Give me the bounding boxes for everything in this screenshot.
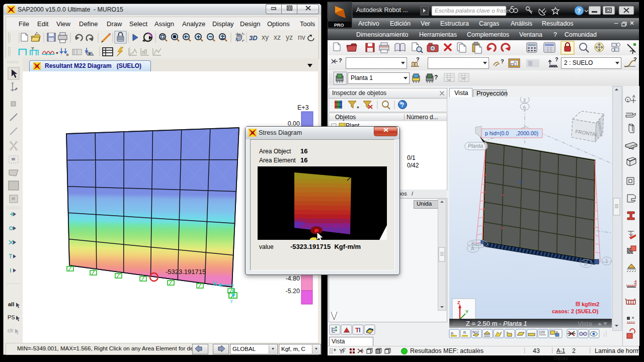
svg-text:xz: xz (274, 33, 281, 41)
svg-text:Planta: Planta (468, 143, 483, 149)
svg-text:E+3: E+3 (297, 104, 309, 111)
svg-text:1: 1 (627, 98, 629, 103)
svg-text:B: B (584, 261, 588, 266)
svg-text:?: ? (577, 8, 581, 15)
svg-text:1: 1 (605, 258, 608, 264)
svg-text:Z: Z (457, 300, 460, 305)
svg-text:clr: clr (8, 327, 14, 333)
svg-text:Autodesk Robot ...: Autodesk Robot ... (356, 7, 408, 14)
svg-text:3D: 3D (249, 34, 258, 42)
svg-text:casos: 2 (SUELO): casos: 2 (SUELO) (552, 308, 599, 314)
svg-text:p hid=(0.0 ,2000.00): p hid=(0.0 ,2000.00) (485, 130, 538, 136)
svg-text:?: ? (416, 56, 420, 62)
svg-text:?: ? (400, 102, 404, 109)
svg-text:n: n (463, 330, 466, 335)
svg-text:A: A (632, 94, 635, 99)
svg-text:A: A (471, 246, 474, 251)
svg-text:Escriba palabra clave o frase: Escriba palabra clave o frase (435, 8, 509, 14)
svg-text:T: T (355, 326, 359, 334)
svg-text:Y: Y (465, 309, 468, 314)
svg-text:123: 123 (539, 330, 545, 334)
svg-text:yz: yz (286, 33, 293, 41)
svg-text:-5323.191715: -5323.191715 (166, 268, 206, 276)
svg-text:xy: xy (262, 33, 269, 41)
svg-text:A: A (523, 105, 526, 110)
svg-text:?: ? (633, 56, 637, 62)
svg-text:-5.20: -5.20 (286, 288, 300, 295)
svg-text:?: ? (434, 74, 438, 81)
svg-text:?: ? (555, 56, 558, 62)
svg-text:PRO: PRO (334, 23, 344, 28)
svg-text:kgf/m2: kgf/m2 (582, 301, 599, 307)
svg-text:N12: N12 (472, 330, 479, 334)
svg-text:all: all (8, 301, 14, 307)
svg-text:?: ? (501, 58, 504, 64)
svg-text:y: y (230, 298, 233, 303)
svg-text:PS: PS (8, 314, 15, 320)
svg-text:?: ? (339, 57, 342, 63)
svg-text:-4.80: -4.80 (286, 275, 300, 282)
svg-text:nv: nv (298, 33, 305, 41)
svg-text:2: 2 (523, 98, 526, 103)
